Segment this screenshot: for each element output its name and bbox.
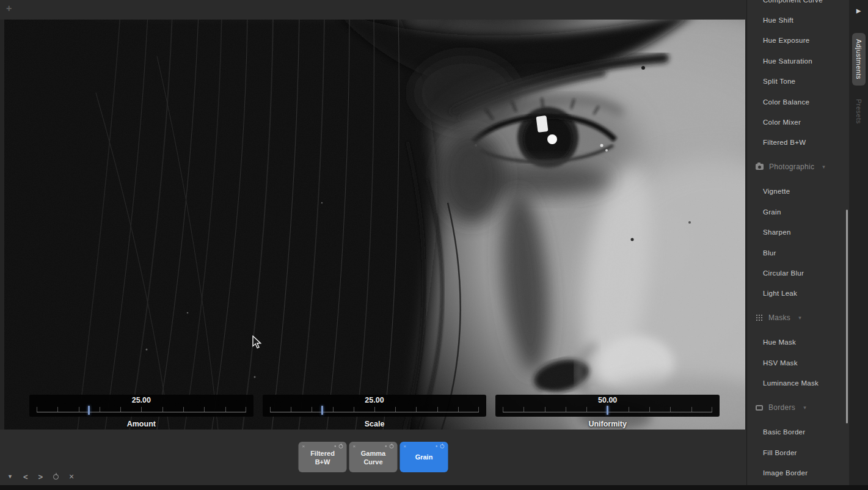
collapse-button[interactable]: ▼	[7, 474, 13, 480]
power-icon[interactable]	[339, 444, 343, 448]
slider-track[interactable]	[503, 404, 712, 415]
portrait-photo	[4, 20, 745, 430]
mask-icon[interactable]: ●	[436, 444, 438, 448]
slider-line	[37, 412, 246, 412]
sidebar-item-split-tone[interactable]: Split Tone	[747, 71, 849, 92]
tab-adjustments[interactable]: Adjustments	[852, 33, 866, 86]
border-icon	[756, 405, 763, 411]
sidebar-item-filtered-b-w[interactable]: Filtered B+W	[747, 133, 849, 153]
filter-card-icons: ×●	[299, 442, 347, 448]
sidebar-item-fill-border[interactable]: Fill Border	[747, 442, 849, 463]
add-icon[interactable]: +	[6, 3, 12, 14]
sidebar-item-label: Luminance Mask	[763, 379, 819, 387]
sidebar-scrollbar[interactable]	[846, 210, 848, 423]
toolbar: +	[0, 0, 746, 20]
slider-handle[interactable]	[607, 406, 608, 415]
sidebar-group-masks[interactable]: Masks▾	[747, 304, 849, 332]
power-icon[interactable]	[390, 444, 394, 448]
slider-track-box[interactable]: 50.00	[495, 395, 720, 417]
sidebar-item-label: Color Mixer	[763, 119, 801, 126]
image-canvas[interactable]: 25.00Amount25.00Scale50.00Uniformity	[4, 20, 745, 430]
remove-filter-icon[interactable]: ×	[404, 444, 407, 448]
chevron-down-icon: ▾	[803, 404, 806, 411]
sidebar-item-label: Vignette	[763, 188, 790, 195]
sidebar-item-light-leak[interactable]: Light Leak	[747, 283, 849, 304]
slider-label: Amount	[29, 420, 253, 428]
sidebar-item-label: Fill Border	[763, 449, 797, 456]
filter-card-label: Filtered B+W	[299, 450, 347, 467]
slider-handle[interactable]	[321, 406, 323, 415]
slider-ticks	[270, 407, 480, 412]
slider-value: 50.00	[495, 397, 720, 404]
sidebar-item-grain[interactable]: Grain	[747, 202, 849, 222]
filter-card-gamma-curve[interactable]: ×●Gamma Curve	[349, 442, 398, 472]
tab-presets[interactable]: Presets	[852, 93, 866, 130]
group-label: Masks	[768, 313, 790, 322]
slider-line	[270, 412, 480, 412]
slider-track[interactable]	[270, 404, 480, 415]
sidebar-item-vignette[interactable]: Vignette	[747, 181, 849, 202]
sidebar-item-label: Split Tone	[763, 78, 795, 85]
bottom-edge	[0, 485, 868, 490]
slider-track-box[interactable]: 25.00	[263, 395, 487, 417]
group-label: Photographic	[769, 163, 814, 171]
sidebar-group-photographic[interactable]: Photographic▾	[747, 153, 849, 181]
photo-editor-app: +	[0, 0, 868, 490]
sidebar-item-hue-shift[interactable]: Hue Shift	[747, 10, 849, 30]
filter-card-grain[interactable]: ×●Grain	[400, 442, 448, 472]
slider-track-box[interactable]: 25.00	[29, 395, 253, 417]
remove-filter-icon[interactable]: ×	[302, 444, 305, 448]
filter-cards: ×●Filtered B+W×●Gamma Curve×●Grain	[299, 442, 448, 472]
sidebar-item-basic-border[interactable]: Basic Border	[747, 422, 849, 442]
transport-controls: ▼ < > ×	[7, 472, 74, 481]
panel-rail: ▶ AdjustmentsPresets	[849, 0, 868, 490]
remove-filter-icon[interactable]: ×	[353, 444, 356, 448]
filter-card-label: Gamma Curve	[349, 450, 398, 467]
mouse-cursor-icon	[252, 335, 261, 349]
adjustments-sidebar: Component CurveHue ShiftHue ExposureHue …	[746, 0, 849, 490]
sidebar-item-label: Component Curve	[763, 0, 823, 4]
filter-stack-panel: ×●Filtered B+W×●Gamma Curve×●Grain ▼ < >…	[0, 430, 746, 490]
sidebar-item-label: Image Border	[763, 469, 808, 477]
slider-handle[interactable]	[88, 406, 90, 415]
expand-panel-icon[interactable]: ▶	[849, 7, 868, 14]
sidebar-item-image-border[interactable]: Image Border	[747, 463, 849, 483]
close-button[interactable]: ×	[69, 472, 74, 481]
sidebar-item-label: Color Balance	[763, 98, 809, 106]
sidebar-item-color-balance[interactable]: Color Balance	[747, 92, 849, 112]
power-icon[interactable]	[440, 444, 445, 448]
slider-value: 25.00	[263, 397, 487, 404]
slider-track[interactable]	[37, 404, 246, 415]
filter-card-filtered-b-w[interactable]: ×●Filtered B+W	[299, 442, 347, 472]
power-button[interactable]	[53, 474, 59, 480]
sidebar-item-blur[interactable]: Blur	[747, 243, 849, 263]
sidebar-item-hue-saturation[interactable]: Hue Saturation	[747, 51, 849, 71]
sidebar-item-circular-blur[interactable]: Circular Blur	[747, 263, 849, 283]
slider-ticks	[37, 407, 246, 412]
sidebar-item-component-curve[interactable]: Component Curve	[747, 0, 849, 10]
camera-icon	[756, 164, 764, 170]
sidebar-item-label: Blur	[763, 249, 776, 257]
sidebar-item-hue-exposure[interactable]: Hue Exposure	[747, 31, 849, 51]
slider-value: 25.00	[29, 397, 253, 404]
mask-icon[interactable]: ●	[334, 444, 337, 448]
slider-scale: 25.00Scale	[263, 395, 487, 428]
sidebar-item-luminance-mask[interactable]: Luminance Mask	[747, 373, 849, 393]
mask-icon[interactable]: ●	[385, 444, 387, 448]
chevron-down-icon: ▾	[822, 164, 825, 170]
next-button[interactable]: >	[38, 472, 43, 481]
sidebar-item-label: Grain	[763, 208, 781, 216]
sidebar-item-label: Hue Shift	[763, 16, 793, 24]
sidebar-item-hsv-mask[interactable]: HSV Mask	[747, 353, 849, 373]
sidebar-item-label: Hue Mask	[763, 338, 796, 346]
sidebar-item-label: Circular Blur	[763, 269, 804, 277]
filter-card-icons: ×●	[400, 442, 448, 448]
sidebar-item-color-mixer[interactable]: Color Mixer	[747, 112, 849, 132]
sidebar-item-hue-mask[interactable]: Hue Mask	[747, 332, 849, 353]
prev-button[interactable]: <	[23, 472, 28, 481]
filter-card-icons: ×●	[349, 442, 398, 448]
sidebar-item-sharpen[interactable]: Sharpen	[747, 222, 849, 243]
slider-label: Uniformity	[495, 420, 720, 428]
chevron-down-icon: ▾	[798, 315, 801, 321]
sidebar-group-borders[interactable]: Borders▾	[747, 393, 849, 422]
